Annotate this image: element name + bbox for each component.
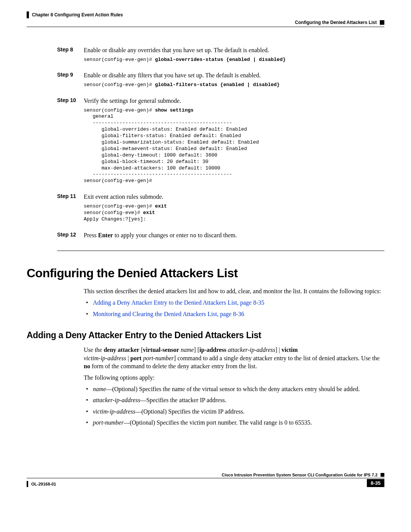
step-12: Step 12 Press Enter to apply your change… (57, 231, 381, 240)
link-add-entry[interactable]: Adding a Deny Attacker Entry to the Deni… (93, 299, 264, 306)
footer-doc-id: OL-29168-01 (31, 482, 56, 486)
header-left: Chapter 8 Configuring Event Action Rules (27, 11, 123, 18)
topic-list: Adding a Deny Attacker Entry to the Deni… (84, 299, 384, 318)
t: ] [ (194, 347, 199, 353)
running-header: Chapter 8 Configuring Event Action Rules (27, 11, 384, 18)
opt-name: victim-ip-address (93, 408, 135, 415)
t: virtual-sensor (143, 347, 179, 353)
opt-name: port-number (93, 419, 124, 426)
code-block: sensor(config-eve-gen)# global-overrides… (84, 57, 381, 63)
header-square-icon (380, 20, 384, 25)
t: victim-ip-address (84, 355, 126, 361)
t: [ (139, 347, 143, 353)
footer-right: 8-35 (367, 479, 384, 487)
code-command: global-filters-status {enabled | disable… (155, 82, 280, 88)
code-block: sensor(config-eve-gen)# exit sensor(conf… (84, 203, 381, 223)
step-text: Enable or disable any filters that you h… (84, 72, 261, 78)
footer-square-icon (381, 473, 384, 477)
code-output: general --------------------------------… (84, 113, 259, 184)
t: name (181, 347, 194, 353)
opt-desc: —(Optional) Specifies the name of the vi… (106, 386, 360, 392)
code-block: sensor(config-eve-gen)# global-filters-s… (84, 82, 381, 88)
section-title: Configuring the Denied Attackers List (27, 266, 384, 280)
t: form of the command to delete the deny a… (90, 363, 257, 369)
usage-paragraph: Use the deny attacker [virtual-sensor na… (84, 346, 384, 371)
opt-desc: —(Optional) Specifies the victim port nu… (124, 419, 312, 426)
subsection-body: Use the deny attacker [virtual-sensor na… (84, 346, 384, 427)
t: no (190, 233, 196, 239)
step-9: Step 9 Enable or disable any filters tha… (57, 71, 381, 93)
t: Press (84, 232, 98, 238)
step-label: Step 9 (57, 71, 84, 93)
t: to apply your changes or enter (113, 232, 190, 238)
footer-row: OL-29168-01 8-35 (27, 479, 384, 487)
t: ] command to add a single deny attacker … (174, 355, 380, 361)
t: deny attacker (104, 347, 139, 353)
list-item: attacker-ip-address—Specifies the attack… (84, 396, 384, 404)
list-item: name—(Optional) Specifies the name of th… (84, 385, 384, 393)
step-body: Exit event action rules submode. sensor(… (84, 193, 381, 228)
t: to discard them. (196, 232, 237, 238)
code-l1p: sensor(config-eve-gen)# (84, 203, 155, 209)
link-monitor-clear[interactable]: Monitoring and Clearing the Denied Attac… (93, 311, 244, 317)
intro-text: This section describes the denied attack… (84, 287, 384, 296)
header-bar-icon (27, 11, 29, 18)
code-block: sensor(config-eve-gen)# show settings ge… (84, 107, 381, 185)
footer-left: OL-29168-01 (27, 481, 56, 487)
step-body: Press Enter to apply your changes or ent… (84, 231, 381, 240)
footer-bar-icon (27, 481, 28, 487)
t: attacker-ip-address (228, 347, 275, 353)
list-item: Monitoring and Clearing the Denied Attac… (84, 310, 384, 318)
step-11: Step 11 Exit event action rules submode.… (57, 193, 381, 228)
steps-block: Step 8 Enable or disable any overrides t… (57, 46, 381, 239)
step-body: Enable or disable any overrides that you… (84, 46, 381, 68)
list-item: port-number—(Optional) Specifies the vic… (84, 419, 384, 427)
code-l2b: exit (143, 210, 155, 216)
page: Chapter 8 Configuring Event Action Rules… (0, 0, 411, 502)
code-prefix: sensor(config-eve-gen)# (84, 107, 155, 113)
step-body: Verify the settings for general submode.… (84, 97, 381, 190)
options-list: name—(Optional) Specifies the name of th… (84, 385, 384, 427)
header-divider (27, 27, 384, 27)
step-text: Verify the settings for general submode. (84, 97, 181, 104)
footer-divider (27, 478, 384, 478)
code-prefix: sensor(config-eve-gen)# (84, 57, 155, 62)
code-command: global-overrides-status {enabled | disab… (155, 57, 285, 62)
opt-name: name (93, 386, 106, 392)
section-intro: This section describes the denied attack… (84, 287, 384, 318)
step-text: Enable or disable any overrides that you… (84, 47, 269, 53)
step-label: Step 11 (57, 193, 84, 228)
step-body: Enable or disable any filters that you h… (84, 71, 381, 93)
list-item: victim-ip-address—(Optional) Specifies t… (84, 407, 384, 416)
footer-guide-row: Cisco Intrusion Prevention System Sensor… (27, 473, 384, 477)
opt-desc: —(Optional) Specifies the victim IP addr… (135, 408, 244, 415)
options-intro: The following options apply: (84, 374, 384, 382)
opt-desc: —Specifies the attacker IP address. (140, 397, 226, 403)
list-item: Adding a Deny Attacker Entry to the Deni… (84, 299, 384, 307)
code-l1b: exit (155, 203, 167, 209)
page-number: 8-35 (367, 479, 384, 487)
step-text: Exit event action rules submode. (84, 193, 163, 200)
section-label: Configuring the Denied Attackers List (295, 20, 377, 25)
t: port (131, 355, 142, 361)
running-header-right: Configuring the Denied Attackers List (27, 20, 384, 25)
step-10: Step 10 Verify the settings for general … (57, 97, 381, 190)
t: ] | (275, 347, 282, 353)
step-label: Step 8 (57, 46, 84, 68)
t: Enter (98, 232, 113, 238)
step-8: Step 8 Enable or disable any overrides t… (57, 46, 381, 68)
t: ip-address (199, 347, 226, 353)
step-label: Step 12 (57, 231, 84, 240)
code-command: show settings (155, 107, 193, 113)
code-prefix: sensor(config-eve-gen)# (84, 82, 155, 88)
opt-name: attacker-ip-address (93, 397, 140, 403)
subsection-title: Adding a Deny Attacker Entry to the Deni… (27, 330, 384, 340)
t: victim (282, 347, 298, 353)
t: Use the (84, 347, 104, 353)
t: port-number (143, 355, 174, 361)
t: | (126, 355, 130, 361)
code-l3: Apply Changes:?[yes]: (84, 216, 146, 222)
page-footer: Cisco Intrusion Prevention System Sensor… (27, 473, 384, 487)
chapter-label: Chapter 8 Configuring Event Action Rules (32, 12, 123, 18)
footer-guide-title: Cisco Intrusion Prevention System Sensor… (221, 473, 378, 477)
